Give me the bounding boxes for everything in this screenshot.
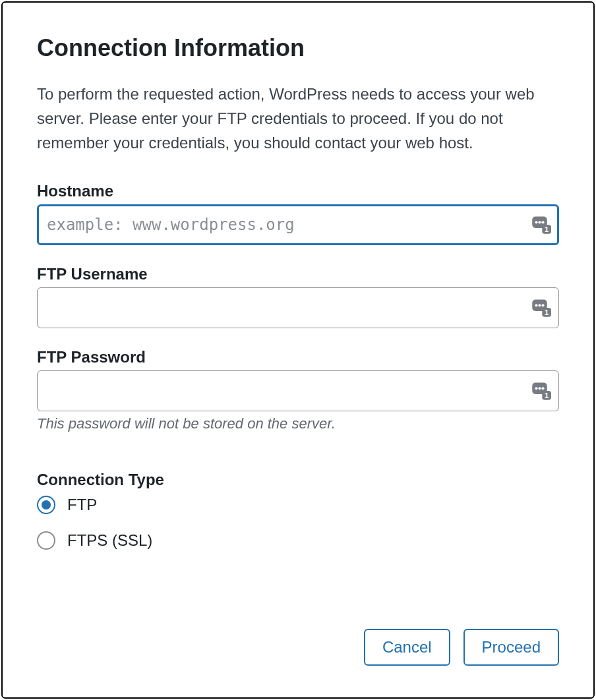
radio-ftps-label: FTPS (SSL) xyxy=(67,531,152,550)
proceed-button[interactable]: Proceed xyxy=(463,629,559,666)
svg-text:1: 1 xyxy=(545,225,549,233)
svg-point-15 xyxy=(542,387,545,390)
hostname-group: Hostname 1 xyxy=(37,182,559,245)
svg-point-8 xyxy=(539,304,541,306)
dialog-buttons: Cancel Proceed xyxy=(364,629,559,666)
ftp-username-input[interactable] xyxy=(37,287,559,328)
radio-ftps[interactable] xyxy=(37,531,55,550)
connection-type-label: Connection Type xyxy=(37,471,559,489)
radio-row-ftp[interactable]: FTP xyxy=(37,492,559,527)
svg-point-13 xyxy=(535,387,538,390)
svg-text:1: 1 xyxy=(545,308,549,316)
password-group: FTP Password 1 This password will not be… xyxy=(37,348,559,432)
password-manager-icon[interactable]: 1 xyxy=(531,215,551,235)
radio-ftp[interactable] xyxy=(37,496,55,514)
svg-point-2 xyxy=(539,221,541,223)
radio-ftp-label: FTP xyxy=(67,496,97,514)
password-hint: This password will not be stored on the … xyxy=(37,415,559,432)
svg-point-3 xyxy=(542,221,545,223)
password-input-wrap: 1 xyxy=(37,370,559,411)
password-manager-icon[interactable]: 1 xyxy=(531,298,551,318)
dialog-title: Connection Information xyxy=(37,34,559,62)
svg-point-1 xyxy=(535,221,538,223)
hostname-input-wrap: 1 xyxy=(37,204,559,245)
password-manager-icon[interactable]: 1 xyxy=(531,381,551,401)
hostname-input[interactable] xyxy=(37,204,559,245)
svg-point-14 xyxy=(539,387,541,390)
connection-info-dialog: Connection Information To perform the re… xyxy=(1,1,595,699)
hostname-label: Hostname xyxy=(37,182,559,200)
ftp-password-input[interactable] xyxy=(37,370,559,411)
radio-row-ftps[interactable]: FTPS (SSL) xyxy=(37,527,559,563)
username-input-wrap: 1 xyxy=(37,287,559,328)
svg-point-7 xyxy=(535,304,538,306)
svg-text:1: 1 xyxy=(545,392,549,399)
svg-point-9 xyxy=(542,304,545,306)
dialog-description: To perform the requested action, WordPre… xyxy=(37,82,559,156)
username-label: FTP Username xyxy=(37,265,559,283)
cancel-button[interactable]: Cancel xyxy=(364,629,450,666)
connection-type-fieldset: Connection Type FTP FTPS (SSL) xyxy=(37,471,559,563)
username-group: FTP Username 1 xyxy=(37,265,559,328)
password-label: FTP Password xyxy=(37,348,559,366)
